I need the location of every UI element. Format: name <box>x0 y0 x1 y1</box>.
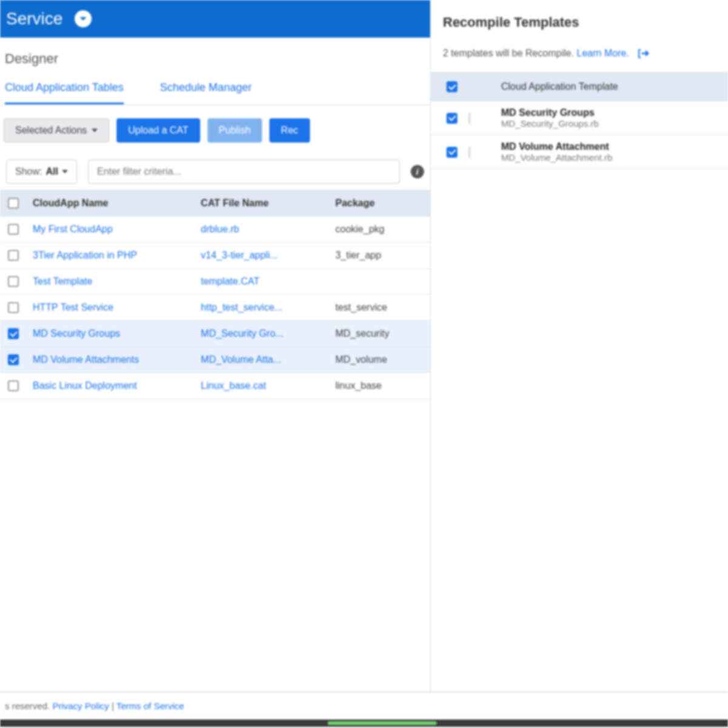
caret-down-icon <box>62 170 68 174</box>
cloudapp-name-link[interactable]: MD Security Groups <box>27 321 195 346</box>
package-value: MD_volume <box>329 347 430 372</box>
selected-actions-dropdown[interactable]: Selected Actions <box>4 118 109 143</box>
row-checkbox[interactable] <box>8 276 19 287</box>
cat-file-link[interactable]: v14_3-tier_appli... <box>195 243 329 268</box>
title-dropdown[interactable] <box>75 10 92 27</box>
package-value: MD_security <box>329 321 430 346</box>
learn-more-link[interactable]: Learn More. <box>577 48 629 58</box>
cat-file-link[interactable]: drblue.rb <box>195 217 329 242</box>
panel-title: Recompile Templates <box>431 0 728 41</box>
row-checkbox[interactable] <box>8 224 19 235</box>
show-value: All <box>46 166 58 177</box>
table-row[interactable]: MD Volume Attachments MD_Volume Atta... … <box>0 347 430 373</box>
template-filename: MD_Security_Groups.rb <box>501 118 723 129</box>
page-subtitle: Designer <box>0 38 430 73</box>
cloudapp-name-link[interactable]: Test Template <box>27 269 195 294</box>
cat-file-link[interactable]: MD_Volume Atta... <box>195 347 329 372</box>
recompile-panel: Recompile Templates 2 templates will be … <box>431 0 728 692</box>
table-row[interactable]: HTTP Test Service http_test_service... t… <box>0 295 430 321</box>
cloudapp-table: CloudApp Name CAT File Name Package My F… <box>0 190 430 399</box>
recompile-list: Cloud Application Template MD Security G… <box>431 72 728 169</box>
upload-cat-button[interactable]: Upload a CAT <box>116 118 200 143</box>
publish-button[interactable]: Publish <box>207 118 262 143</box>
selected-actions-label: Selected Actions <box>15 125 87 136</box>
table-row[interactable]: My First CloudApp drblue.rb cookie_pkg <box>0 217 430 243</box>
row-checkbox[interactable] <box>8 250 19 261</box>
template-checkbox[interactable] <box>447 147 457 158</box>
table-row[interactable]: Test Template template.CAT <box>0 269 430 295</box>
privacy-policy-link[interactable]: Privacy Policy <box>52 701 109 711</box>
recompile-header-label: Cloud Application Template <box>501 81 723 92</box>
tab-cloud-application-tables[interactable]: Cloud Application Tables <box>5 81 124 104</box>
os-taskbar <box>0 720 728 727</box>
toolbar: Selected Actions Upload a CAT Publish Re… <box>0 105 430 156</box>
row-checkbox[interactable] <box>8 302 19 313</box>
cloudapp-name-link[interactable]: MD Volume Attachments <box>27 347 195 372</box>
cloudapp-name-link[interactable]: HTTP Test Service <box>27 295 195 320</box>
package-value: test_service <box>329 295 430 320</box>
template-title: MD Security Groups <box>501 107 723 118</box>
recompile-button[interactable]: Rec <box>269 118 309 143</box>
top-bar: Service <box>0 0 430 38</box>
cat-file-link[interactable]: http_test_service... <box>195 295 329 320</box>
row-checkbox[interactable] <box>8 354 19 365</box>
panel-message: 2 templates will be Recompile. Learn Mor… <box>431 41 728 72</box>
show-label: Show: <box>15 166 42 177</box>
cat-file-link[interactable]: template.CAT <box>195 269 329 294</box>
col-package[interactable]: Package <box>329 190 430 216</box>
tab-schedule-manager[interactable]: Schedule Manager <box>160 81 252 104</box>
row-checkbox[interactable] <box>8 328 19 339</box>
template-filename: MD_Volume_Attachment.rb <box>501 152 723 163</box>
info-icon[interactable]: i <box>411 165 424 178</box>
footer: s reserved. Privacy Policy | Terms of Se… <box>0 692 728 720</box>
package-value: cookie_pkg <box>329 217 430 242</box>
template-icon <box>468 112 471 124</box>
footer-separator: | <box>112 701 116 711</box>
table-row[interactable]: MD Security Groups MD_Security Gro... MD… <box>0 321 430 347</box>
table-row[interactable]: 3Tier Application in PHP v14_3-tier_appl… <box>0 243 430 269</box>
filter-bar: Show: All i <box>0 156 430 190</box>
chevron-down-icon <box>79 15 87 23</box>
template-title: MD Volume Attachment <box>501 141 723 152</box>
footer-reserved: s reserved. <box>5 701 52 711</box>
terms-of-service-link[interactable]: Terms of Service <box>116 701 184 711</box>
external-link-icon[interactable]: [➔ <box>638 48 649 58</box>
cat-file-link[interactable]: Linux_base.cat <box>195 373 329 399</box>
panel-message-text: 2 templates will be Recompile. <box>443 48 577 58</box>
recompile-item[interactable]: MD Volume Attachment MD_Volume_Attachmen… <box>431 135 728 169</box>
cat-file-link[interactable]: MD_Security Gro... <box>195 321 329 346</box>
app-title: Service <box>6 9 62 29</box>
recompile-list-header: Cloud Application Template <box>431 73 728 101</box>
select-all-checkbox[interactable] <box>8 198 19 209</box>
cloudapp-name-link[interactable]: My First CloudApp <box>27 217 195 242</box>
select-all-templates-checkbox[interactable] <box>447 81 457 92</box>
package-value: linux_base <box>329 373 430 399</box>
template-icon <box>468 146 471 158</box>
recompile-item[interactable]: MD Security Groups MD_Security_Groups.rb <box>431 101 728 135</box>
col-cloudapp-name[interactable]: CloudApp Name <box>27 190 195 216</box>
tabs: Cloud Application Tables Schedule Manage… <box>0 73 430 105</box>
show-filter-dropdown[interactable]: Show: All <box>6 160 77 184</box>
table-header: CloudApp Name CAT File Name Package <box>0 190 430 217</box>
caret-down-icon <box>92 129 98 132</box>
table-row[interactable]: Basic Linux Deployment Linux_base.cat li… <box>0 373 430 399</box>
package-value <box>329 274 430 289</box>
cloudapp-name-link[interactable]: 3Tier Application in PHP <box>27 243 195 268</box>
cloudapp-name-link[interactable]: Basic Linux Deployment <box>27 373 195 399</box>
filter-input[interactable] <box>88 160 400 184</box>
row-checkbox[interactable] <box>8 380 19 391</box>
package-value: 3_tier_app <box>329 243 430 268</box>
col-cat-file-name[interactable]: CAT File Name <box>195 190 329 216</box>
template-checkbox[interactable] <box>447 113 457 124</box>
